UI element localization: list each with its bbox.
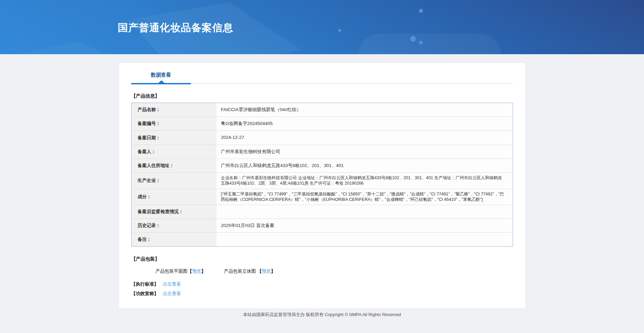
packaging-section-title: 【产品包装】 (131, 256, 513, 262)
tab-active-indicator (131, 83, 191, 84)
header-decor-dot (338, 29, 341, 32)
row-label: 备案日期： (132, 131, 216, 144)
bracket-open: 【 (187, 269, 192, 274)
bracket-close: 】 (201, 269, 206, 274)
main-area: 数据查看 【产品信息】 产品名称： FAICCIA霏汐极细眼线胶笔（04#红棕）… (0, 54, 644, 318)
table-row-registration-number: 备案编号： 粤G妆网备字2024504405 (132, 117, 513, 131)
row-label: 成分： (132, 189, 216, 205)
row-value: 广州市慕彩生物科技有限公司 (216, 145, 513, 159)
footer-copyright: 本站由国家药品监督管理局主办 版权所有 Copyright © NMPA All… (0, 312, 644, 318)
table-row-registration-date: 备案日期： 2024-12-27 (132, 131, 513, 145)
row-value: 2024-12-27 (216, 131, 513, 144)
row-label: 产品名称： (132, 103, 216, 117)
page-header-banner: 国产普通化妆品备案信息 (0, 0, 644, 54)
efficacy-row: 【功效宣称】点击查看 (131, 291, 513, 297)
packaging-flat-label: 产品包装平面图 (156, 269, 188, 274)
row-value (216, 205, 513, 218)
standard-label: 【执行标准】 (131, 282, 159, 287)
header-decor-blob (359, 34, 501, 54)
table-row-supervision: 备案后监督检查情况： (132, 205, 513, 219)
packaging-stereo-item: 产品包装立体图 【预览】 (224, 268, 275, 274)
row-value (216, 233, 513, 246)
tab-underline (131, 83, 513, 84)
row-label: 备注： (132, 233, 216, 246)
row-label: 备案编号： (132, 117, 216, 130)
bracket-close: 】 (271, 269, 276, 274)
packaging-flat-preview-link[interactable]: 预览 (192, 269, 201, 274)
table-row-product-name: 产品名称： FAICCIA霏汐极细眼线胶笔（04#红棕） (132, 103, 513, 117)
standard-view-link[interactable]: 点击查看 (163, 282, 181, 287)
row-label: 备案后监督检查情况： (132, 205, 216, 218)
row-value: 企业名称：广州市慕彩生物科技有限公司 企业地址：广州市白云区人和镇鹤龙五路433… (216, 173, 513, 189)
table-row-registrant-address: 备案人住所地址： 广州市白云区人和镇鹤龙五路433号8栋102、201、301、… (132, 159, 513, 173)
row-value: 2025年01月03日 首次备案 (216, 219, 513, 232)
header-decor-dot (410, 36, 416, 42)
table-row-ingredients: 成分： ["环五聚二甲基硅氧烷"，"CI 77499"，"三甲基硅烷氧基硅酸酯"… (132, 189, 513, 205)
content-card: 数据查看 【产品信息】 产品名称： FAICCIA霏汐极细眼线胶笔（04#红棕）… (119, 63, 525, 308)
row-value: 广州市白云区人和镇鹤龙五路433号8栋102、201、301、401 (216, 159, 513, 172)
header-decor-dot (419, 9, 423, 13)
row-value: 粤G妆网备字2024504405 (216, 117, 513, 130)
row-label: 历史记录： (132, 219, 216, 232)
row-value: FAICCIA霏汐极细眼线胶笔（04#红棕） (216, 103, 513, 117)
table-row-manufacturer: 生产企业： 企业名称：广州市慕彩生物科技有限公司 企业地址：广州市白云区人和镇鹤… (132, 173, 513, 189)
table-row-history: 历史记录： 2025年01月03日 首次备案 (132, 219, 513, 233)
product-info-section-title: 【产品信息】 (131, 93, 513, 99)
standard-row: 【执行标准】点击查看 (131, 281, 513, 287)
bracket-open: 【 (257, 269, 262, 274)
row-label: 备案人住所地址： (132, 159, 216, 172)
row-label: 备案人： (132, 145, 216, 159)
efficacy-view-link[interactable]: 点击查看 (163, 291, 181, 296)
tab-bar: 数据查看 (131, 71, 513, 84)
table-row-registrant: 备案人： 广州市慕彩生物科技有限公司 (132, 145, 513, 159)
packaging-stereo-label: 产品包装立体图 (224, 269, 257, 274)
header-decor-dot (419, 41, 423, 44)
packaging-flat-item: 产品包装平面图【预览】 (156, 268, 206, 274)
row-value: ["环五聚二甲基硅氧烷"，"CI 77499"，"三甲基硅烷氧基硅酸酯"，"CI… (216, 189, 513, 205)
table-row-remarks: 备注： (132, 233, 513, 246)
tab-caret-icon (158, 80, 164, 83)
page-title: 国产普通化妆品备案信息 (118, 21, 233, 35)
efficacy-label: 【功效宣称】 (131, 291, 159, 296)
packaging-links-row: 产品包装平面图【预览】 产品包装立体图 【预览】 (131, 268, 513, 274)
row-label: 生产企业： (132, 173, 216, 189)
product-info-table: 产品名称： FAICCIA霏汐极细眼线胶笔（04#红棕） 备案编号： 粤G妆网备… (131, 103, 513, 247)
packaging-stereo-preview-link[interactable]: 预览 (262, 269, 271, 274)
